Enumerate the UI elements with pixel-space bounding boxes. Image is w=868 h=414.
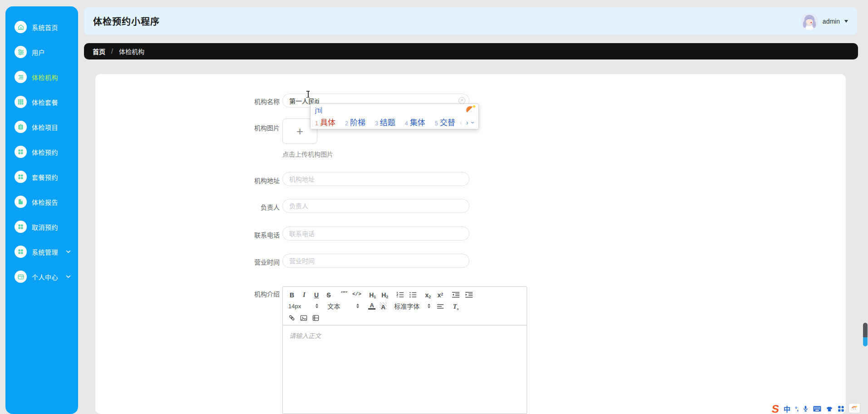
grid-4-icon [15, 146, 27, 158]
editor-toolbar: B I U S ”” </> H1 H2 [283, 287, 527, 325]
page-title: 体检预约小程序 [93, 15, 160, 28]
scrollbar-thumb-dark [863, 323, 868, 338]
report-icon [15, 196, 27, 208]
grid-9-icon [15, 96, 27, 108]
avatar[interactable] [801, 13, 818, 30]
font-color-icon[interactable]: A [368, 302, 375, 310]
highlight-color-icon[interactable]: A [380, 302, 387, 310]
ime-candidate-4[interactable]: 4集体 [405, 116, 425, 128]
breadcrumb-home[interactable]: 首页 [93, 47, 105, 56]
clear-format-icon[interactable]: Tx [452, 302, 459, 310]
sidebar-item-check-items[interactable]: 体检项目 [5, 114, 78, 139]
upload-hint: 点击上传机构图片 [282, 149, 333, 158]
underline-icon[interactable]: U [313, 291, 320, 298]
sidebar-item-institutions[interactable]: 体检机构 [5, 64, 78, 89]
microphone-icon[interactable] [803, 405, 809, 412]
chevron-down-icon [844, 20, 848, 23]
ime-mode-chinese[interactable]: 中 [784, 404, 790, 414]
grid-4-icon [15, 171, 27, 183]
toolbox-grid-icon[interactable] [838, 405, 844, 412]
expand-icon[interactable]: › [470, 122, 477, 124]
screen: 系统首页 用户 体检机构 体检套餐 体检项目 [0, 0, 868, 414]
id-card-icon [15, 271, 27, 283]
keyboard-icon[interactable] [813, 406, 821, 412]
italic-icon[interactable]: I [301, 291, 308, 298]
bold-icon[interactable]: B [288, 291, 296, 298]
header: 体检预约小程序 admin [84, 7, 857, 35]
heading2-icon[interactable]: H2 [381, 291, 389, 298]
sogou-emoji-icon[interactable] [466, 106, 474, 114]
user-menu[interactable]: admin [801, 13, 848, 30]
plus-icon: + [296, 125, 303, 137]
prev-page-icon[interactable]: ‹ [460, 119, 462, 126]
subscript-icon[interactable]: x2 [424, 291, 432, 298]
sidebar-item-label: 个人中心 [32, 272, 58, 281]
sidebar-item-label: 系统首页 [32, 23, 58, 32]
sidebar-item-label: 体检预约 [32, 148, 58, 157]
align-icon[interactable] [437, 302, 444, 310]
text-cursor [308, 91, 309, 97]
updown-arrows-icon [356, 304, 359, 308]
superscript-icon[interactable]: x2 [437, 291, 444, 298]
manager-input[interactable] [282, 199, 469, 213]
field-label-address: 机构地址 [212, 176, 280, 185]
sidebar-item-packages[interactable]: 体检套餐 [5, 89, 78, 114]
sidebar-item-label: 体检项目 [32, 123, 58, 132]
ime-candidate-3[interactable]: 3结题 [375, 116, 395, 128]
indent-icon[interactable] [465, 291, 473, 298]
ime-candidate-2[interactable]: 2阶梯 [345, 116, 365, 128]
clipboard-icon [15, 121, 27, 133]
font-family-select[interactable]: 标准字体 [394, 301, 430, 310]
field-label-name: 机构名称 [212, 97, 280, 106]
text-caret [321, 107, 322, 113]
breadcrumb-current: 体检机构 [119, 47, 144, 56]
breadcrumb-separator: / [111, 48, 113, 55]
home-icon [15, 21, 27, 33]
ime-candidate-1[interactable]: 1具体 [315, 116, 335, 128]
field-label-image: 机构图片 [212, 123, 280, 132]
sidebar-item-system-home[interactable]: 系统首页 [5, 15, 78, 39]
sidebar: 系统首页 用户 体检机构 体检套餐 体检项目 [5, 6, 78, 414]
sidebar-item-reports[interactable]: 体检报告 [5, 189, 78, 214]
editor-body[interactable]: 请输入正文 [283, 325, 527, 404]
sidebar-item-label: 用户 [32, 48, 45, 57]
skin-shirt-icon[interactable] [826, 406, 833, 412]
heading1-icon[interactable]: H1 [369, 291, 376, 298]
format-select[interactable]: 文本 [327, 301, 359, 310]
outdent-icon[interactable] [452, 291, 460, 298]
ime-candidate-5[interactable]: 5交替 [435, 116, 455, 128]
next-page-icon[interactable]: › [466, 119, 469, 126]
sidebar-item-system-admin[interactable]: 系统管理 [5, 239, 78, 264]
sidebar-item-check-booking[interactable]: 体检预约 [5, 139, 78, 164]
ordered-list-icon[interactable] [396, 291, 404, 298]
field-label-phone: 联系电话 [212, 230, 280, 239]
sidebar-item-label: 取消预约 [32, 222, 58, 232]
link-icon[interactable] [288, 314, 296, 321]
image-icon[interactable] [300, 314, 307, 321]
clear-icon[interactable]: ✕ [459, 97, 465, 104]
ime-punctuation-toggle[interactable]: °, [795, 405, 798, 412]
sidebar-item-package-booking[interactable]: 套餐预约 [5, 164, 78, 189]
bullet-list-icon[interactable] [409, 291, 417, 298]
ime-toolbar: S 中 °, [772, 404, 860, 414]
chevron-down-icon [66, 275, 71, 278]
address-input[interactable] [282, 172, 469, 186]
blockquote-icon[interactable]: ”” [340, 291, 347, 297]
sogou-logo-icon[interactable]: S [771, 404, 779, 414]
field-label-intro: 机构介绍 [212, 289, 280, 298]
ime-paging: ‹ › › [460, 119, 474, 126]
user-name: admin [823, 18, 840, 25]
sidebar-item-users[interactable]: 用户 [5, 39, 78, 64]
phone-input[interactable] [282, 227, 469, 241]
emoji-panel-button[interactable] [849, 404, 860, 413]
sidebar-item-cancel-booking[interactable]: 取消预约 [5, 214, 78, 239]
hours-input[interactable] [282, 254, 469, 268]
sidebar-item-profile-center[interactable]: 个人中心 [5, 264, 78, 289]
sidebar-item-label: 系统管理 [32, 247, 58, 256]
video-icon[interactable] [312, 314, 319, 321]
code-block-icon[interactable]: </> [352, 291, 361, 298]
strikethrough-icon[interactable]: S [325, 291, 332, 298]
updown-arrows-icon [316, 304, 318, 308]
scrollbar-thumb[interactable] [863, 323, 868, 347]
font-size-select[interactable]: 14px [288, 303, 318, 310]
